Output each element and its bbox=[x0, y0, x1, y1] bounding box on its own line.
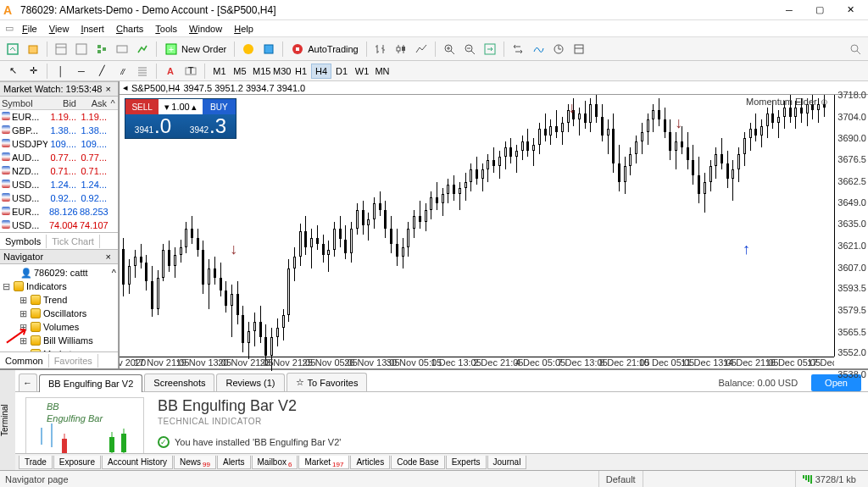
horizontal-line-icon[interactable]: ─ bbox=[72, 62, 91, 80]
chart-canvas[interactable]: ↓↓↓↑ SELL ▾1.00▴ BUY 3941.0 3942.3 Momen… bbox=[120, 95, 868, 368]
zoom-out-icon[interactable] bbox=[460, 40, 479, 58]
market-watch-row[interactable]: GBP... 1.38... 1.38... bbox=[0, 124, 118, 137]
text-label-icon[interactable]: T bbox=[181, 62, 200, 80]
menu-help[interactable]: Help bbox=[229, 22, 259, 36]
terminal-tab-account-history[interactable]: Account History bbox=[102, 456, 173, 469]
timeframe-MN[interactable]: MN bbox=[372, 64, 392, 79]
market-watch-row[interactable]: USD... 0.92... 0.92... bbox=[0, 191, 118, 205]
tab-common[interactable]: Common bbox=[0, 354, 49, 368]
trendline-icon[interactable]: ╱ bbox=[92, 62, 111, 80]
menu-charts[interactable]: Charts bbox=[111, 22, 148, 36]
line-chart-icon[interactable] bbox=[412, 40, 431, 58]
strategy-tester-icon[interactable] bbox=[133, 40, 152, 58]
market-watch-row[interactable]: NZD... 0.71... 0.71... bbox=[0, 164, 118, 178]
fibonacci-icon[interactable] bbox=[133, 62, 152, 80]
auto-scroll-icon[interactable] bbox=[481, 40, 499, 58]
profiles-icon[interactable] bbox=[24, 40, 42, 58]
timeframe-H4[interactable]: H4 bbox=[311, 64, 331, 79]
terminal-tab-exposure[interactable]: Exposure bbox=[53, 456, 101, 469]
scroll-up-icon[interactable]: ^ bbox=[108, 98, 117, 108]
terminal-tab-market[interactable]: Market197 bbox=[298, 456, 349, 469]
navigator-icon[interactable] bbox=[92, 40, 111, 58]
nav-indicators[interactable]: ⊟Indicators bbox=[2, 279, 116, 293]
timeframe-M5[interactable]: M5 bbox=[230, 64, 250, 79]
terminal-tab-experts[interactable]: Experts bbox=[446, 456, 487, 469]
chart-shift-icon[interactable] bbox=[509, 40, 527, 58]
collapse-icon[interactable]: ⊟ bbox=[2, 281, 11, 292]
minimize-button[interactable]: ─ bbox=[775, 2, 804, 19]
close-button[interactable]: ✕ bbox=[836, 2, 865, 19]
nav-item-oscillators[interactable]: ⊞ Oscillators bbox=[2, 307, 116, 320]
expand-icon[interactable]: ⊞ bbox=[19, 295, 28, 306]
maximize-button[interactable]: ▢ bbox=[805, 2, 834, 19]
autotrading-button[interactable]: AutoTrading bbox=[287, 40, 362, 58]
chevron-left-icon[interactable]: ◂ bbox=[123, 82, 128, 93]
menu-view[interactable]: View bbox=[44, 22, 75, 36]
volume-input[interactable]: ▾1.00▴ bbox=[159, 99, 202, 114]
menu-tools[interactable]: Tools bbox=[150, 22, 182, 36]
chevron-up-icon[interactable]: ▴ bbox=[192, 102, 197, 113]
channel-icon[interactable]: ⫽ bbox=[113, 62, 131, 80]
scroll-up-icon[interactable]: ^ bbox=[112, 268, 116, 278]
back-button[interactable]: ← bbox=[19, 374, 37, 391]
timeframe-D1[interactable]: D1 bbox=[331, 64, 352, 79]
timeframe-M15[interactable]: M15 bbox=[250, 64, 270, 79]
nav-item-trend[interactable]: ⊞ Trend bbox=[2, 293, 116, 307]
terminal-tab-code-base[interactable]: Code Base bbox=[391, 456, 444, 469]
market-watch-icon[interactable] bbox=[52, 40, 70, 58]
terminal-tab-articles[interactable]: Articles bbox=[350, 456, 390, 469]
nav-account[interactable]: 👤786029: cattt^ bbox=[2, 266, 116, 279]
vertical-line-icon[interactable]: │ bbox=[52, 62, 70, 80]
nav-item-market[interactable]: ⊟ Market bbox=[2, 347, 116, 351]
periodicity-icon[interactable] bbox=[549, 40, 568, 58]
chevron-down-icon[interactable]: ▾ bbox=[164, 102, 170, 113]
tab-reviews[interactable]: Reviews (1) bbox=[216, 374, 284, 391]
market-watch-row[interactable]: USD... 1.24... 1.24... bbox=[0, 178, 118, 191]
candlestick-icon[interactable] bbox=[392, 40, 410, 58]
tab-product[interactable]: BB Engulfing Bar V2 bbox=[39, 374, 142, 392]
market-watch-row[interactable]: USD... 74.004 74.107 bbox=[0, 219, 118, 232]
market-watch-close-icon[interactable]: × bbox=[103, 84, 114, 94]
terminal-tab-alerts[interactable]: Alerts bbox=[217, 456, 251, 469]
timeframe-H1[interactable]: H1 bbox=[291, 64, 311, 79]
bar-chart-icon[interactable] bbox=[371, 40, 390, 58]
terminal-tab-news[interactable]: News99 bbox=[174, 456, 216, 469]
expand-icon[interactable]: ⊟ bbox=[19, 349, 28, 352]
cursor-icon[interactable]: ↖ bbox=[3, 62, 22, 80]
buy-button[interactable]: BUY bbox=[203, 99, 236, 114]
search-icon[interactable] bbox=[846, 40, 865, 58]
templates-icon[interactable] bbox=[570, 40, 588, 58]
crosshair-icon[interactable]: ✛ bbox=[24, 62, 42, 80]
timeframe-M1[interactable]: M1 bbox=[209, 64, 230, 79]
expand-icon[interactable]: ⊞ bbox=[19, 308, 28, 319]
new-chart-icon[interactable] bbox=[3, 40, 22, 58]
terminal-tab-journal[interactable]: Journal bbox=[487, 456, 527, 469]
terminal-tab-trade[interactable]: Trade bbox=[19, 456, 53, 469]
text-icon[interactable]: A bbox=[161, 62, 180, 80]
menu-insert[interactable]: Insert bbox=[75, 22, 109, 36]
timeframe-W1[interactable]: W1 bbox=[352, 64, 372, 79]
navigator-close-icon[interactable]: × bbox=[103, 252, 114, 262]
terminal-tab-mailbox[interactable]: Mailbox6 bbox=[252, 456, 298, 469]
tab-symbols[interactable]: Symbols bbox=[0, 235, 47, 248]
doc-restore-icon[interactable]: ▭ bbox=[3, 23, 15, 35]
market-watch-row[interactable]: EUR... 88.126 88.253 bbox=[0, 205, 118, 219]
market-watch-row[interactable]: USDJPY 109.... 109.... bbox=[0, 137, 118, 151]
metaquotes-icon[interactable] bbox=[239, 40, 258, 58]
data-window-icon[interactable] bbox=[72, 40, 91, 58]
tab-to-favorites[interactable]: ☆To Favorites bbox=[287, 373, 368, 391]
tab-tick-chart[interactable]: Tick Chart bbox=[47, 235, 100, 248]
market-watch-row[interactable]: EUR... 1.19... 1.19... bbox=[0, 110, 118, 124]
market-watch-row[interactable]: AUD... 0.77... 0.77... bbox=[0, 151, 118, 164]
tab-screenshots[interactable]: Screenshots bbox=[144, 374, 214, 391]
indicators-icon[interactable] bbox=[529, 40, 548, 58]
new-order-button[interactable]: +New Order bbox=[161, 40, 230, 58]
expert-advisors-icon[interactable] bbox=[259, 40, 278, 58]
terminal-icon[interactable] bbox=[113, 40, 131, 58]
timeframe-M30[interactable]: M30 bbox=[270, 64, 291, 79]
zoom-in-icon[interactable] bbox=[440, 40, 459, 58]
tab-favorites[interactable]: Favorites bbox=[49, 354, 98, 368]
sell-button[interactable]: SELL bbox=[125, 99, 159, 114]
menu-file[interactable]: File bbox=[17, 22, 42, 36]
menu-window[interactable]: Window bbox=[184, 22, 227, 36]
